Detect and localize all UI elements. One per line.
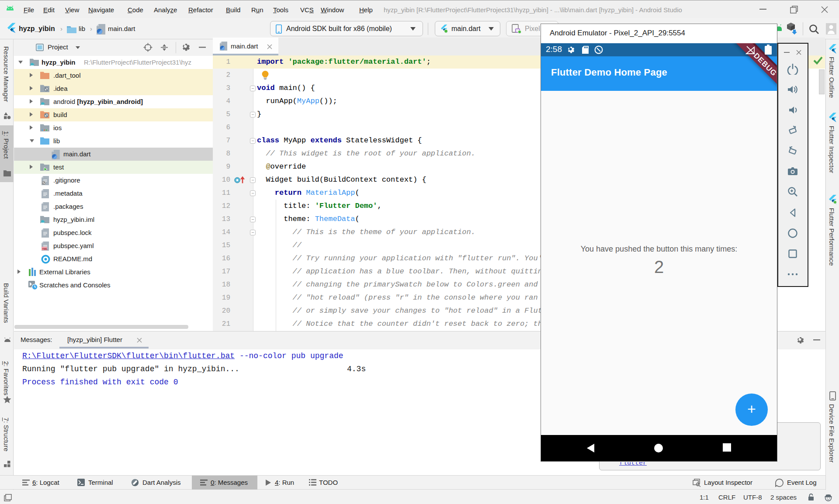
svg-text:YML: YML <box>42 247 48 250</box>
